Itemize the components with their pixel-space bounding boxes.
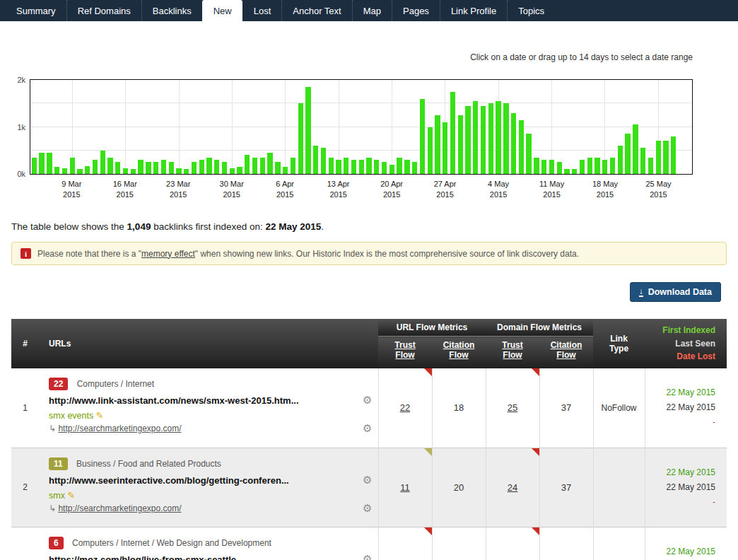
chart-bar[interactable] bbox=[122, 80, 129, 174]
chart-bar[interactable] bbox=[137, 80, 145, 174]
chart-bar[interactable] bbox=[259, 80, 266, 174]
backlink-url-link[interactable]: http://www.link-assistant.com/news/smx-w… bbox=[49, 395, 299, 406]
anchor-text-link[interactable]: smx events bbox=[49, 411, 93, 421]
chart-bar[interactable] bbox=[99, 80, 107, 174]
x-axis-tick-label[interactable]: 13 Apr2015 bbox=[327, 179, 350, 200]
chart-bar[interactable] bbox=[30, 80, 38, 174]
chart-bar[interactable] bbox=[281, 80, 289, 174]
topical-trust-flow-badge[interactable]: 22 bbox=[49, 378, 68, 390]
tab-lost[interactable]: Lost bbox=[242, 0, 282, 21]
chart-bar[interactable] bbox=[243, 80, 251, 174]
chart-bar[interactable] bbox=[411, 80, 418, 174]
chart-bar[interactable] bbox=[677, 80, 685, 174]
chart-bar[interactable] bbox=[182, 80, 190, 174]
chart-bar[interactable] bbox=[168, 80, 175, 174]
tab-topics[interactable]: Topics bbox=[507, 0, 555, 21]
chart-bar[interactable] bbox=[175, 80, 183, 174]
header-last-seen[interactable]: Last Seen bbox=[649, 337, 715, 351]
chart-bar[interactable] bbox=[685, 80, 693, 174]
x-axis-tick-label[interactable]: 25 May2015 bbox=[645, 179, 671, 200]
chart-bar[interactable] bbox=[616, 80, 624, 174]
tab-map[interactable]: Map bbox=[352, 0, 392, 21]
chart-bar[interactable] bbox=[365, 80, 373, 174]
header-domain-trust-flow[interactable]: Trust Flow bbox=[486, 337, 539, 369]
chart-bar[interactable] bbox=[449, 80, 457, 174]
chart-bar[interactable] bbox=[358, 80, 365, 174]
chart-bar[interactable] bbox=[107, 80, 115, 174]
chart-bar[interactable] bbox=[69, 80, 76, 174]
chart-bar[interactable] bbox=[297, 80, 305, 174]
chart-bar[interactable] bbox=[274, 80, 282, 174]
chart-bar[interactable] bbox=[540, 80, 548, 174]
chart-bar[interactable] bbox=[563, 80, 571, 174]
download-data-button[interactable]: ↓ Download Data bbox=[630, 282, 721, 302]
chart-bar[interactable] bbox=[236, 80, 244, 174]
chart-bar[interactable] bbox=[160, 80, 168, 174]
tab-ref-domains[interactable]: Ref Domains bbox=[66, 0, 141, 21]
chart-bar[interactable] bbox=[510, 80, 517, 174]
chart-bar[interactable] bbox=[662, 80, 670, 174]
chart-plot[interactable]: 2k 1k 0k bbox=[30, 79, 693, 175]
chart-bar[interactable] bbox=[578, 80, 586, 174]
gear-icon[interactable]: ⚙ bbox=[363, 475, 372, 485]
chart-bar[interactable] bbox=[556, 80, 563, 174]
tab-pages[interactable]: Pages bbox=[392, 0, 440, 21]
url-trust-flow-value[interactable]: 11 bbox=[400, 482, 410, 493]
chart-bar[interactable] bbox=[495, 80, 503, 174]
backlink-url-link[interactable]: http://www.seerinteractive.com/blog/gett… bbox=[49, 475, 289, 486]
chart-bar[interactable] bbox=[228, 80, 236, 174]
domain-trust-flow-value[interactable]: 24 bbox=[508, 482, 517, 493]
topical-trust-flow-badge[interactable]: 6 bbox=[49, 537, 64, 549]
chart-bar[interactable] bbox=[327, 80, 335, 174]
topical-trust-flow-badge[interactable]: 11 bbox=[49, 457, 68, 470]
anchor-text-link[interactable]: smx bbox=[49, 491, 65, 501]
chart-bar[interactable] bbox=[251, 80, 259, 174]
target-url-link[interactable]: http://searchmarketingexpo.com/ bbox=[58, 503, 181, 513]
x-axis-tick-label[interactable]: 30 Mar2015 bbox=[220, 179, 244, 200]
gear-icon[interactable]: ⚙ bbox=[363, 395, 372, 405]
chart-bar[interactable] bbox=[426, 80, 434, 174]
chart-bar[interactable] bbox=[464, 80, 472, 174]
target-url-link[interactable]: http://searchmarketingexpo.com/ bbox=[58, 424, 181, 433]
chart-bar[interactable] bbox=[601, 80, 609, 174]
chart-bar[interactable] bbox=[152, 80, 160, 174]
url-trust-flow-value[interactable]: 22 bbox=[400, 402, 410, 413]
chart-bar[interactable] bbox=[342, 80, 350, 174]
chart-bar[interactable] bbox=[198, 80, 206, 174]
chart-bar[interactable] bbox=[38, 80, 46, 174]
x-axis-tick-label[interactable]: 18 May2015 bbox=[592, 179, 618, 200]
chart-bar[interactable] bbox=[129, 80, 137, 174]
chart-bar[interactable] bbox=[305, 80, 312, 174]
gear-icon[interactable]: ⚙ bbox=[363, 503, 372, 513]
chart-bar[interactable] bbox=[631, 80, 639, 174]
chart-bar[interactable] bbox=[434, 80, 442, 174]
tab-new[interactable]: New bbox=[202, 0, 242, 21]
chart-bar[interactable] bbox=[266, 80, 274, 174]
chart-bar[interactable] bbox=[479, 80, 487, 174]
chart-bar[interactable] bbox=[221, 80, 228, 174]
chart-bar[interactable] bbox=[609, 80, 616, 174]
chart-bar[interactable] bbox=[53, 80, 61, 174]
domain-trust-flow-value[interactable]: 25 bbox=[508, 402, 517, 413]
chart-bar[interactable] bbox=[396, 80, 404, 174]
header-first-indexed[interactable]: First Indexed bbox=[649, 324, 715, 337]
chart-bar[interactable] bbox=[404, 80, 411, 174]
tab-summary[interactable]: Summary bbox=[6, 0, 66, 21]
backlink-url-link[interactable]: https://moz.com/blog/live-from-smx-seatt… bbox=[49, 554, 236, 560]
chart-bar[interactable] bbox=[206, 80, 213, 174]
chart-bar[interactable] bbox=[380, 80, 388, 174]
chart-bar[interactable] bbox=[213, 80, 221, 174]
chart-bar[interactable] bbox=[472, 80, 479, 174]
tab-anchor-text[interactable]: Anchor Text bbox=[281, 0, 351, 21]
chart-bar[interactable] bbox=[46, 80, 54, 174]
chart-bar[interactable] bbox=[517, 80, 525, 174]
x-axis-tick-label[interactable]: 16 Mar2015 bbox=[113, 179, 137, 200]
chart-bar[interactable] bbox=[91, 80, 99, 174]
chart-bar[interactable] bbox=[586, 80, 594, 174]
chart-bar[interactable] bbox=[647, 80, 655, 174]
chart-bar[interactable] bbox=[373, 80, 380, 174]
chart-bar[interactable] bbox=[441, 80, 449, 174]
chart-bar[interactable] bbox=[487, 80, 495, 174]
chart-bar[interactable] bbox=[570, 80, 578, 174]
chart-bar[interactable] bbox=[388, 80, 396, 174]
